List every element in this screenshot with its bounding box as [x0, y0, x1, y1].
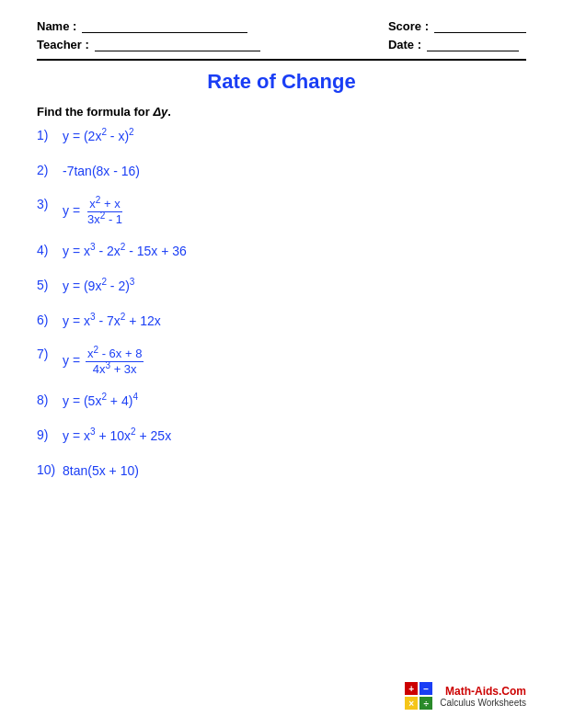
- date-line: [427, 37, 519, 51]
- problem-10-number: 10): [37, 462, 63, 477]
- problem-8-content: y = (5x2 + 4)4: [63, 392, 138, 411]
- date-row: Date :: [388, 37, 526, 51]
- problem-3-denominator: 3x2 - 1: [86, 212, 124, 227]
- problem-7-denominator: 4x3 + 3x: [91, 362, 139, 377]
- problem-6-content: y = x3 - 7x2 + 12x: [63, 313, 161, 331]
- problem-3: 3) y = x2 + x 3x2 - 1: [37, 197, 526, 226]
- problem-4-content: y = x3 - 2x2 - 15x + 36: [63, 243, 187, 261]
- problem-2: 2) -7tan(8x - 16): [37, 163, 526, 181]
- logo-cell-green: ÷: [419, 697, 432, 710]
- logo-cell-red: +: [405, 682, 418, 695]
- logo-cell-blue: −: [419, 682, 432, 695]
- problem-6: 6) y = x3 - 7x2 + 12x: [37, 313, 526, 331]
- problem-3-content: y = x2 + x 3x2 - 1: [63, 197, 126, 226]
- site-name: Math-Aids.Com: [445, 685, 526, 698]
- problem-8-number: 8): [37, 392, 63, 407]
- header-right: Score : Date :: [388, 18, 526, 51]
- problem-7: 7) y = x2 - 6x + 8 4x3 + 3x: [37, 347, 526, 376]
- name-label: Name :: [37, 19, 76, 33]
- problem-1-number: 1): [37, 128, 63, 142]
- header-divider: [37, 59, 526, 61]
- problem-9-number: 9): [37, 427, 63, 442]
- problem-5: 5) y = (9x2 - 2)3: [37, 278, 526, 296]
- name-line: [82, 18, 247, 33]
- teacher-line: [95, 37, 260, 51]
- problem-10: 10) 8tan(5x + 10): [37, 462, 526, 481]
- site-sub: Calculus Worksheets: [440, 698, 526, 708]
- score-line: [434, 18, 526, 33]
- worksheet-page: Name : Teacher : Score : Date : Rate of …: [0, 0, 563, 728]
- instruction-text: Find the formula for Δy.: [37, 105, 526, 119]
- problem-8: 8) y = (5x2 + 4)4: [37, 392, 526, 411]
- problem-1-content: y = (2x2 - x)2: [63, 128, 134, 146]
- problem-9-content: y = x3 + 10x2 + 25x: [63, 427, 171, 446]
- problem-5-content: y = (9x2 - 2)3: [63, 278, 134, 296]
- footer-text: Math-Aids.Com Calculus Worksheets: [440, 685, 526, 708]
- problem-10-content: 8tan(5x + 10): [63, 462, 139, 481]
- teacher-label: Teacher :: [37, 38, 89, 51]
- logo-grid: + − × ÷: [405, 682, 432, 710]
- problem-4-number: 4): [37, 243, 63, 257]
- header-left: Name : Teacher :: [37, 18, 260, 51]
- problem-9: 9) y = x3 + 10x2 + 25x: [37, 427, 526, 446]
- problem-2-content: -7tan(8x - 16): [63, 163, 140, 181]
- logo-cell-yellow: ×: [405, 697, 418, 710]
- delta-symbol: Δy: [153, 105, 167, 119]
- problem-7-numerator: x2 - 6x + 8: [86, 347, 144, 362]
- teacher-row: Teacher :: [37, 37, 260, 51]
- header: Name : Teacher : Score : Date :: [37, 18, 526, 51]
- page-title: Rate of Change: [37, 70, 526, 94]
- problem-4: 4) y = x3 - 2x2 - 15x + 36: [37, 243, 526, 261]
- date-label: Date :: [388, 38, 421, 51]
- problem-6-number: 6): [37, 313, 63, 327]
- problem-7-fraction: x2 - 6x + 8 4x3 + 3x: [86, 347, 144, 376]
- score-label: Score :: [388, 19, 429, 33]
- problem-7-number: 7): [37, 347, 63, 361]
- problem-1: 1) y = (2x2 - x)2: [37, 128, 526, 146]
- score-row: Score :: [388, 18, 526, 33]
- problem-3-number: 3): [37, 197, 63, 211]
- problem-2-number: 2): [37, 163, 63, 177]
- footer: + − × ÷ Math-Aids.Com Calculus Worksheet…: [405, 682, 526, 710]
- name-row: Name :: [37, 18, 260, 33]
- problem-5-number: 5): [37, 278, 63, 292]
- problem-3-fraction: x2 + x 3x2 - 1: [86, 197, 124, 226]
- problem-7-content: y = x2 - 6x + 8 4x3 + 3x: [63, 347, 145, 376]
